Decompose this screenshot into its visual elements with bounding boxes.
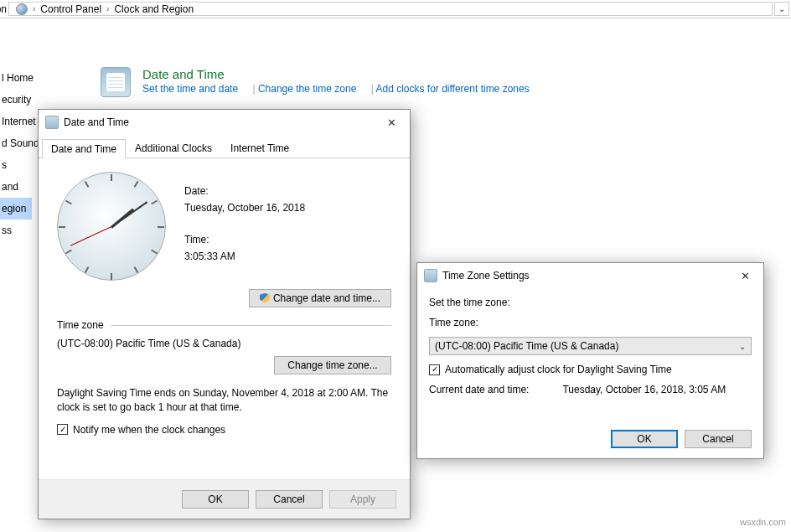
checkbox-icon[interactable]: ✓ <box>57 424 68 435</box>
tab-strip: Date and Time Additional Clocks Internet… <box>39 135 410 158</box>
link-set-time-date[interactable]: Set the time and date <box>142 83 238 95</box>
change-date-time-button[interactable]: Change date and time... <box>249 289 391 307</box>
cancel-button[interactable]: Cancel <box>256 490 323 509</box>
close-icon[interactable]: ✕ <box>732 266 758 285</box>
ok-button[interactable]: OK <box>611 430 678 448</box>
date-time-titlebar[interactable]: Date and Time ✕ <box>39 110 410 135</box>
tab-internet-time[interactable]: Internet Time <box>221 138 298 158</box>
time-zone-selected-value: (UTC-08:00) Pacific Time (US & Canada) <box>435 340 618 352</box>
address-bar: on › Control Panel › Clock and Region <box>0 0 791 18</box>
time-label: Time: <box>184 234 305 245</box>
time-zone-settings-dialog: Time Zone Settings ✕ Set the time zone: … <box>416 262 764 459</box>
dst-checkbox-row[interactable]: ✓ Automatically adjust clock for Dayligh… <box>429 364 752 375</box>
watermark: wsxdn.com <box>740 517 786 527</box>
title-truncated: on <box>0 0 7 18</box>
breadcrumb[interactable]: › Control Panel › Clock and Region <box>8 2 773 16</box>
category-title[interactable]: Date and Time <box>142 67 541 81</box>
category-date-time: Date and Time Set the time and date | Ch… <box>101 67 541 97</box>
dialog-title: Time Zone Settings <box>442 270 726 281</box>
analog-clock <box>57 172 166 281</box>
date-time-dialog: Date and Time ✕ Date and Time Additional… <box>38 109 411 519</box>
close-icon[interactable]: ✕ <box>378 113 405 132</box>
notify-checkbox-row[interactable]: ✓ Notify me when the clock changes <box>57 424 391 436</box>
apply-button: Apply <box>329 490 396 509</box>
tz-heading: Set the time zone: <box>429 297 752 308</box>
dialog-footer: OK Cancel <box>417 420 763 458</box>
dialog-title: Date and Time <box>64 116 373 128</box>
date-value: Tuesday, October 16, 2018 <box>184 202 305 214</box>
address-dropdown[interactable] <box>774 2 789 16</box>
link-add-clocks[interactable]: Add clocks for different time zones <box>375 83 529 95</box>
sidebar-item-security[interactable]: ecurity <box>0 89 32 111</box>
tab-date-and-time[interactable]: Date and Time <box>42 139 126 158</box>
sidebar-item-and[interactable]: and <box>0 176 32 198</box>
sidebar-item-s[interactable]: s <box>0 154 32 176</box>
tz-titlebar[interactable]: Time Zone Settings ✕ <box>417 263 763 288</box>
tab-additional-clocks[interactable]: Additional Clocks <box>126 138 221 158</box>
globe-icon <box>16 3 28 15</box>
sidebar-item-region[interactable]: egion <box>0 198 32 220</box>
link-change-time-zone[interactable]: Change the time zone <box>258 83 356 95</box>
time-zone-value: (UTC-08:00) Pacific Time (US & Canada) <box>57 338 391 349</box>
sidebar-item-internet[interactable]: Internet <box>0 111 32 132</box>
shield-icon <box>260 293 270 303</box>
ok-button[interactable]: OK <box>182 490 249 509</box>
cancel-button[interactable]: Cancel <box>685 430 752 448</box>
sidebar: l Home ecurity Internet d Sound s and eg… <box>0 25 32 528</box>
sidebar-item-sound[interactable]: d Sound <box>0 132 32 154</box>
current-datetime-label: Current date and time: <box>429 384 529 395</box>
dialog-footer: OK Cancel Apply <box>39 479 410 519</box>
chevron-right-icon: › <box>106 4 109 13</box>
breadcrumb-seg-control-panel[interactable]: Control Panel <box>40 3 101 15</box>
tz-label: Time zone: <box>429 317 752 328</box>
chevron-down-icon <box>739 340 746 352</box>
current-datetime-value: Tuesday, October 16, 2018, 3:05 AM <box>562 384 726 395</box>
time-zone-select[interactable]: (UTC-08:00) Pacific Time (US & Canada) <box>429 337 752 355</box>
sidebar-item-home[interactable]: l Home <box>0 67 32 89</box>
date-time-icon <box>101 67 131 97</box>
sidebar-item-ss[interactable]: ss <box>0 220 32 241</box>
time-value: 3:05:33 AM <box>184 251 305 262</box>
clock-icon <box>424 269 437 282</box>
breadcrumb-seg-clock-region[interactable]: Clock and Region <box>114 3 194 15</box>
chevron-right-icon: › <box>33 4 35 13</box>
change-time-zone-button[interactable]: Change time zone... <box>274 356 391 374</box>
dst-label: Automatically adjust clock for Daylight … <box>445 364 672 375</box>
clock-icon <box>45 116 59 129</box>
time-zone-section-label: Time zone <box>57 319 104 331</box>
dst-note: Daylight Saving Time ends on Sunday, Nov… <box>57 386 391 416</box>
checkbox-icon[interactable]: ✓ <box>429 364 440 375</box>
date-label: Date: <box>184 185 305 197</box>
notify-label: Notify me when the clock changes <box>73 424 225 436</box>
